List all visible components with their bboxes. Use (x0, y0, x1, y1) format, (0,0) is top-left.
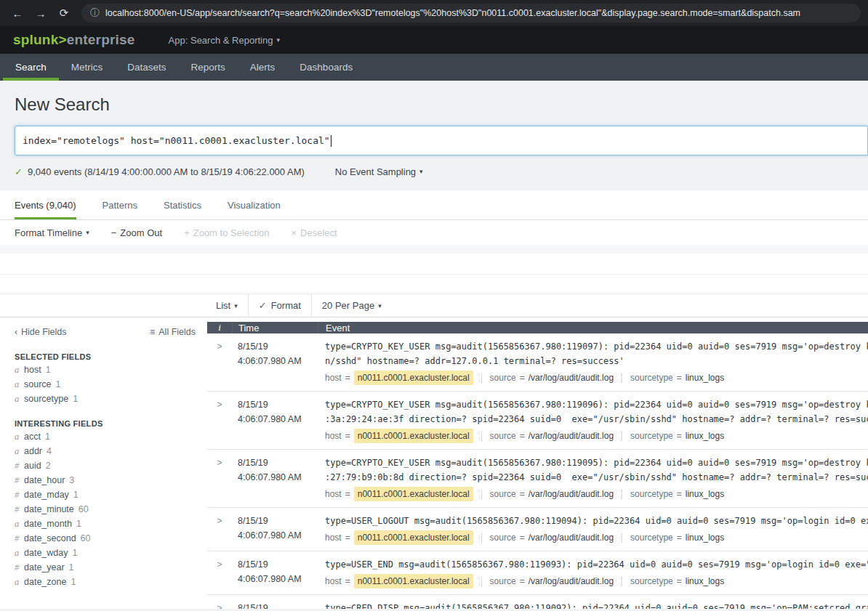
browser-chrome: ← → ⟳ ⓘ localhost:8000/en-US/app/search/… (0, 0, 868, 26)
sourcetype-field-label[interactable]: sourcetype (630, 487, 673, 501)
sourcetype-field-label[interactable]: sourcetype (630, 575, 673, 588)
equals-sign: = (520, 575, 525, 588)
zoom-out-button[interactable]: − Zoom Out (111, 227, 162, 238)
sourcetype-field-label[interactable]: sourcetype (630, 531, 673, 544)
field-item-addr[interactable]: a addr 4 (15, 444, 196, 458)
all-fields-button[interactable]: ≡ All Fields (150, 327, 196, 337)
column-event: Event (318, 322, 868, 333)
event-sampling-menu[interactable]: No Event Sampling ▾ (335, 166, 423, 177)
format-timeline-button[interactable]: Format Timeline ▾ (15, 227, 89, 238)
source-field-label[interactable]: source (490, 429, 516, 442)
sourcetype-field-label[interactable]: sourcetype (630, 371, 673, 384)
field-separator (622, 533, 622, 543)
sourcetype-field-value[interactable]: linux_logs (686, 487, 724, 501)
field-type-icon: # (15, 560, 24, 575)
field-item-date-wday[interactable]: a date_wday 1 (15, 546, 196, 560)
host-field-value[interactable]: n0011.c0001.exacluster.local (354, 530, 473, 545)
host-field-value[interactable]: n0011.c0001.exacluster.local (354, 429, 473, 443)
source-field-value[interactable]: /var/log/audit/audit.log (529, 531, 614, 544)
host-field-label[interactable]: host (325, 371, 342, 384)
field-item-date-mday[interactable]: # date_mday 1 (15, 487, 196, 502)
field-item-date-minute[interactable]: # date_minute 60 (15, 502, 196, 517)
field-name: addr (24, 444, 42, 458)
field-count: 60 (79, 502, 89, 517)
host-field-value[interactable]: n0011.c0001.exacluster.local (354, 574, 473, 588)
tab-statistics[interactable]: Statistics (164, 190, 201, 219)
hide-fields-button[interactable]: ‹ Hide Fields (15, 327, 67, 337)
expand-chevron-icon[interactable]: > (207, 514, 232, 545)
nav-item-metrics[interactable]: Metrics (59, 54, 116, 81)
equals-sign: = (345, 429, 350, 442)
source-field-value[interactable]: /var/log/audit/audit.log (529, 575, 614, 588)
timeline-chart[interactable] (0, 245, 868, 294)
forward-icon[interactable]: → (31, 3, 51, 23)
per-page-menu[interactable]: 20 Per Page ▾ (311, 294, 392, 317)
host-field-value[interactable]: n0011.c0001.exacluster.local (354, 487, 473, 501)
source-field-value[interactable]: /var/log/audit/audit.log (529, 487, 614, 501)
nav-item-search[interactable]: Search (3, 54, 59, 81)
source-field-label[interactable]: source (490, 575, 516, 588)
expand-chevron-icon[interactable]: > (207, 339, 232, 385)
sourcetype-field-value[interactable]: linux_logs (686, 531, 724, 544)
field-item-acct[interactable]: a acct 1 (15, 429, 196, 444)
field-item-date-hour[interactable]: # date_hour 3 (15, 473, 196, 487)
field-count: 2 (46, 458, 51, 473)
results-main: ‹ Hide Fields ≡ All Fields SELECTED FIEL… (0, 317, 868, 609)
field-item-source[interactable]: a source 1 (15, 377, 196, 392)
source-field-label[interactable]: source (490, 371, 516, 384)
app-menu[interactable]: App: Search & Reporting ▾ (169, 35, 280, 46)
tab-visualization[interactable]: Visualization (228, 190, 281, 219)
host-field-label[interactable]: host (325, 429, 342, 442)
field-name: acct (24, 429, 41, 444)
column-time: Time (232, 322, 318, 333)
field-item-date-year[interactable]: # date_year 1 (15, 560, 196, 575)
expand-chevron-icon[interactable]: > (207, 397, 232, 443)
list-view-menu[interactable]: List ▾ (216, 294, 248, 317)
sourcetype-field-value[interactable]: linux_logs (686, 429, 724, 442)
field-item-host[interactable]: a host 1 (15, 363, 196, 377)
expand-chevron-icon[interactable]: > (207, 557, 232, 588)
back-icon[interactable]: ← (7, 3, 28, 23)
expand-chevron-icon[interactable]: > (207, 601, 232, 609)
host-field-value[interactable]: n0011.c0001.exacluster.local (354, 371, 473, 385)
site-info-icon[interactable]: ⓘ (90, 7, 100, 20)
address-bar[interactable]: ⓘ localhost:8000/en-US/app/search/search… (81, 4, 861, 23)
event-raw-line: type=CRYPTO_KEY_USER msg=audit(156585636… (325, 397, 868, 412)
tab-patterns[interactable]: Patterns (103, 190, 137, 219)
event-clock: 4:06:07.980 AM (238, 412, 318, 426)
reload-icon[interactable]: ⟳ (54, 3, 74, 23)
tab-events[interactable]: Events (9,040) (15, 190, 76, 219)
expand-chevron-icon[interactable]: > (207, 456, 232, 501)
event-date: 8/15/19 (238, 339, 318, 354)
field-item-date-zone[interactable]: a date_zone 1 (15, 575, 196, 589)
nav-item-dashboards[interactable]: Dashboards (287, 54, 365, 81)
event-clock: 4:06:07.980 AM (238, 470, 318, 485)
sourcetype-field-value[interactable]: linux_logs (686, 371, 724, 384)
sourcetype-field-label[interactable]: sourcetype (630, 429, 673, 442)
field-count: 60 (81, 531, 91, 546)
search-input[interactable]: index="remotelogs" host="n0011.c0001.exa… (15, 126, 868, 155)
field-name: sourcetype (24, 392, 68, 406)
field-item-date-second[interactable]: # date_second 60 (15, 531, 196, 546)
host-field-label[interactable]: host (325, 531, 342, 544)
source-field-label[interactable]: source (490, 531, 516, 544)
event-fields: host=n0011.c0001.exacluster.local source… (325, 574, 868, 588)
source-field-label[interactable]: source (490, 487, 516, 501)
source-field-value[interactable]: /var/log/audit/audit.log (529, 429, 614, 442)
field-item-auid[interactable]: # auid 2 (15, 458, 196, 473)
host-field-label[interactable]: host (325, 575, 342, 588)
page-title: New Search (15, 94, 868, 116)
format-menu[interactable]: ✓ Format (248, 294, 311, 317)
source-field-value[interactable]: /var/log/audit/audit.log (529, 371, 614, 384)
host-field-label[interactable]: host (325, 487, 342, 501)
nav-item-datasets[interactable]: Datasets (115, 54, 178, 81)
interesting-fields-heading: INTERESTING FIELDS (15, 419, 196, 428)
splunk-logo[interactable]: splunk>enterprise (13, 32, 135, 48)
sourcetype-field-value[interactable]: linux_logs (686, 575, 724, 588)
field-item-sourcetype[interactable]: a sourcetype 1 (15, 392, 196, 406)
field-item-date-month[interactable]: a date_month 1 (15, 517, 196, 531)
nav-item-reports[interactable]: Reports (179, 54, 238, 81)
field-count: 1 (56, 377, 61, 392)
nav-item-alerts[interactable]: Alerts (238, 54, 288, 81)
equals-sign: = (345, 575, 350, 588)
